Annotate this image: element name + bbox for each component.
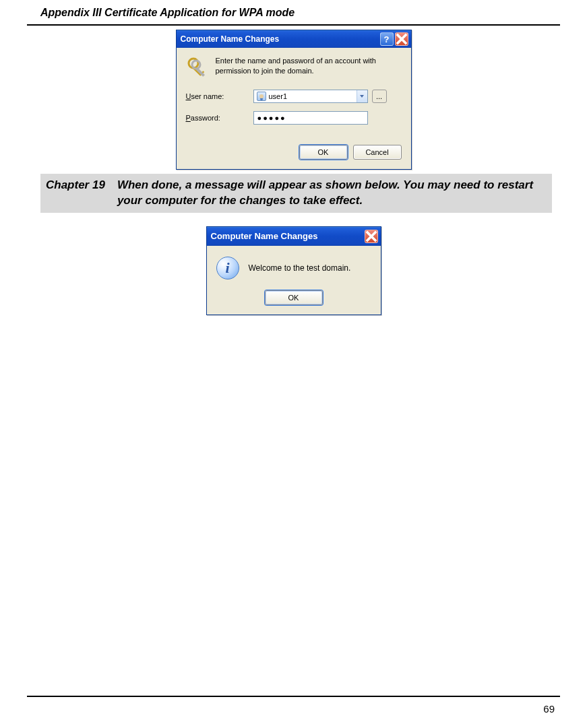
message-row: i Welcome to the test domain. (216, 257, 371, 279)
help-button[interactable]: ? (380, 32, 394, 46)
message-text: Welcome to the test domain. (249, 263, 351, 273)
page-header: Appendix III Certificate Application for… (0, 0, 587, 24)
page-header-title: Appendix III Certificate Application for… (40, 7, 295, 18)
ok-button[interactable]: OK (265, 290, 323, 305)
ok-label: OK (318, 148, 329, 156)
username-selected: user1 (257, 92, 288, 101)
chapter-text: When done, a message will appear as show… (117, 178, 547, 209)
password-input[interactable]: ●●●●● (253, 111, 368, 125)
chapter-strip: Chapter 19 When done, a message will app… (40, 174, 552, 213)
windows-dialog-credentials: Computer Name Changes ? (176, 30, 412, 170)
windows-dialog-welcome: Computer Name Changes i Welcome to the t… (206, 226, 381, 315)
ok-button[interactable]: OK (299, 145, 348, 160)
username-label: User name: (186, 92, 253, 100)
password-row: Password: ●●●●● (186, 111, 402, 125)
close-button[interactable] (365, 230, 378, 243)
username-combobox[interactable]: user1 (253, 90, 368, 103)
chapter-label: Chapter 19 (46, 178, 105, 192)
username-value: user1 (269, 92, 288, 100)
username-row: User name: user1 ... (186, 90, 402, 103)
browse-label: ... (376, 92, 382, 100)
close-button[interactable] (395, 32, 408, 46)
figure-welcome-dialog: Computer Name Changes i Welcome to the t… (0, 226, 587, 315)
browse-button[interactable]: ... (372, 90, 387, 103)
close-icon (396, 33, 408, 45)
instruction-text: Enter the name and password of an accoun… (216, 56, 402, 76)
page-number: 69 (543, 703, 555, 715)
dropdown-button[interactable] (357, 90, 367, 102)
cancel-button[interactable]: Cancel (353, 145, 402, 160)
info-icon: i (216, 257, 239, 279)
username-controls: user1 ... (253, 90, 387, 103)
instruction-row: Enter the name and password of an accoun… (186, 56, 402, 80)
titlebar-buttons: ? (380, 32, 408, 46)
header-divider (27, 24, 560, 26)
close-icon (365, 230, 377, 242)
dialog-body: i Welcome to the test domain. OK (207, 246, 381, 315)
keys-icon (186, 56, 210, 80)
password-label: Password: (186, 114, 253, 122)
titlebar-title: Computer Name Changes (211, 231, 318, 241)
dialog2-buttons: OK (216, 290, 371, 305)
password-masked: ●●●●● (257, 114, 286, 122)
cancel-label: Cancel (365, 148, 388, 156)
figure-credentials-dialog: Computer Name Changes ? (0, 30, 587, 170)
titlebar: Computer Name Changes (207, 227, 381, 246)
dialog-body: Enter the name and password of an accoun… (177, 48, 411, 169)
titlebar-title: Computer Name Changes (181, 34, 280, 44)
titlebar-buttons (365, 230, 378, 243)
ok-label: OK (288, 294, 299, 302)
chevron-down-icon (359, 94, 365, 99)
titlebar: Computer Name Changes ? (177, 30, 411, 48)
dialog1-buttons: OK Cancel (186, 145, 402, 160)
footer-divider (27, 696, 560, 697)
user-icon (257, 92, 266, 101)
